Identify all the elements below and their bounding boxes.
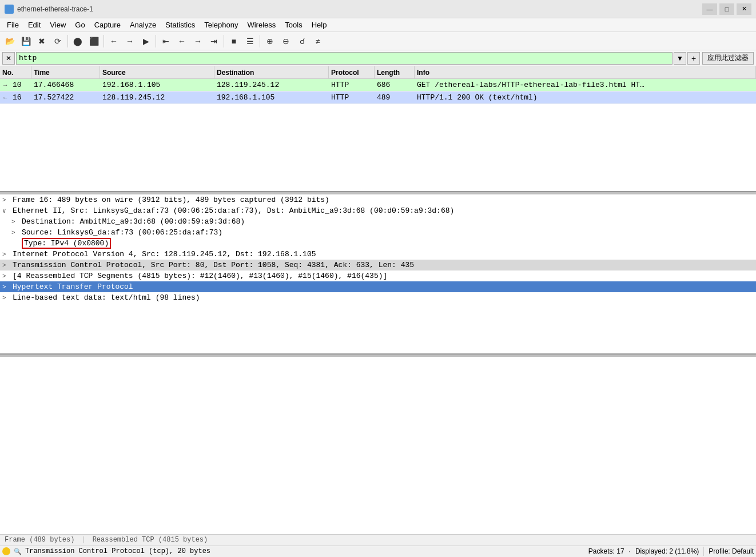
window-controls: — □ ✕ <box>702 3 751 15</box>
status-protocol-text: Transmission Control Protocol (tcp), 20 … <box>25 547 210 555</box>
resize-col-button[interactable]: ☰ <box>242 34 257 49</box>
col-header-time[interactable]: Time <box>31 66 100 78</box>
col-header-no[interactable]: No. <box>0 66 31 78</box>
detail-expand-icon-0: > <box>2 197 11 204</box>
jump-first-button[interactable]: ⇤ <box>158 34 173 49</box>
packet-row[interactable]: ←1617.527422128.119.245.12192.168.1.105H… <box>0 91 756 104</box>
packet-cell-info-0: GET /ethereal-labs/HTTP-ethereal-lab-fil… <box>415 81 756 89</box>
col-header-protocol[interactable]: Protocol <box>329 66 375 78</box>
packet-list-area: No. Time Source Destination Protocol Len… <box>0 66 756 192</box>
detail-row-8[interactable]: >Hypertext Transfer Protocol <box>0 281 756 292</box>
menu-item-view[interactable]: View <box>45 19 70 30</box>
status-profile: Profile: Default <box>709 547 754 555</box>
status-frame-info: Frame (489 bytes) <box>5 536 74 544</box>
detail-expand-icon-2: > <box>11 218 21 225</box>
forward-button[interactable]: → <box>122 34 137 49</box>
status-right: Packets: 17 · Displayed: 2 (11.8%) Profi… <box>588 547 754 556</box>
toolbar-separator-2 <box>104 35 104 47</box>
open-button[interactable]: 📂 <box>2 34 17 49</box>
hex-area <box>0 357 756 534</box>
detail-row-1[interactable]: ∨Ethernet II, Src: LinksysG_da:af:73 (00… <box>0 205 756 216</box>
col-header-info[interactable]: Info <box>415 66 756 78</box>
capture-stop-button[interactable]: ⬛ <box>86 34 101 49</box>
detail-row-7[interactable]: >[4 Reassembled TCP Segments (4815 bytes… <box>0 270 756 281</box>
packet-arrow-1: ← <box>0 94 10 101</box>
jump-last-button[interactable]: ⇥ <box>206 34 221 49</box>
status-bar: Frame (489 bytes) | Reassembled TCP (481… <box>0 534 756 557</box>
packet-cell-time-0: 17.466468 <box>31 81 100 89</box>
packet-cell-proto-1: HTTP <box>329 93 375 102</box>
detail-expand-icon-1: ∨ <box>2 207 11 214</box>
detail-row-2[interactable]: >Destination: AmbitMic_a9:3d:68 (00:d0:5… <box>0 216 756 227</box>
filter-input[interactable] <box>16 52 673 65</box>
menu-item-go[interactable]: Go <box>70 19 89 30</box>
detail-row-6[interactable]: >Transmission Control Protocol, Src Port… <box>0 260 756 270</box>
detail-expand-icon-8: > <box>2 284 11 291</box>
close-file-button[interactable]: ✖ <box>34 34 49 49</box>
col-header-destination[interactable]: Destination <box>214 66 329 78</box>
packet-cell-proto-0: HTTP <box>329 81 375 89</box>
detail-row-9[interactable]: >Line-based text data: text/html (98 lin… <box>0 292 756 303</box>
detail-text-6: Transmission Control Protocol, Src Port:… <box>13 261 414 269</box>
col-header-source[interactable]: Source <box>100 66 214 78</box>
app-title: ethernet-ethereal-trace-1 <box>17 5 702 13</box>
detail-expand-icon-9: > <box>2 295 11 301</box>
packet-arrow-0: → <box>0 82 10 89</box>
filter-add-button[interactable]: + <box>687 52 700 65</box>
detail-text-1: Ethernet II, Src: LinksysG_da:af:73 (00:… <box>13 206 454 215</box>
zoom-out-button[interactable]: ⊖ <box>278 34 293 49</box>
status-packets: Packets: 17 <box>588 547 624 555</box>
zoom-in-button[interactable]: ⊕ <box>262 34 277 49</box>
status-displayed: Displayed: 2 (11.8%) <box>635 547 699 555</box>
detail-row-4[interactable]: Type: IPv4 (0x0800) <box>0 238 756 249</box>
menu-item-file[interactable]: File <box>2 19 23 30</box>
colorize-button[interactable]: ■ <box>226 34 241 49</box>
title-bar: ethernet-ethereal-trace-1 — □ ✕ <box>0 0 756 18</box>
detail-text-4: Type: IPv4 (0x0800) <box>22 239 111 248</box>
toolbar-separator-5 <box>260 35 260 47</box>
packet-cell-time-1: 17.527422 <box>31 93 100 102</box>
back-button[interactable]: ← <box>106 34 121 49</box>
menu-item-statistics[interactable]: Statistics <box>161 19 200 30</box>
detail-expand-icon-3: > <box>11 229 21 236</box>
menu-item-telephony[interactable]: Telephony <box>200 19 242 30</box>
detail-text-3: Source: LinksysG_da:af:73 (00:06:25:da:a… <box>22 228 222 237</box>
detail-expand-icon-6: > <box>2 262 11 269</box>
packet-cell-len-0: 686 <box>375 81 415 89</box>
minimize-button[interactable]: — <box>702 3 717 15</box>
packet-cell-src-0: 192.168.1.105 <box>100 81 214 89</box>
menu-item-analyze[interactable]: Analyze <box>125 19 161 30</box>
packet-cell-dst-0: 128.119.245.12 <box>214 81 329 89</box>
toolbar-separator-4 <box>224 35 224 47</box>
reload-button[interactable]: ⟳ <box>50 34 65 49</box>
save-button[interactable]: 💾 <box>18 34 33 49</box>
menu-item-edit[interactable]: Edit <box>23 19 45 30</box>
packet-row[interactable]: →1017.466468192.168.1.105128.119.245.12H… <box>0 79 756 91</box>
menu-item-capture[interactable]: Capture <box>90 19 125 30</box>
packet-cell-no-1: 16 <box>10 93 31 102</box>
jump-prev-button[interactable]: ← <box>174 34 189 49</box>
col-header-length[interactable]: Length <box>375 66 415 78</box>
packet-cell-no-0: 10 <box>10 81 31 89</box>
menu-item-wireless[interactable]: Wireless <box>242 19 280 30</box>
jump-next-button[interactable]: → <box>190 34 205 49</box>
detail-row-5[interactable]: >Internet Protocol Version 4, Src: 128.1… <box>0 249 756 260</box>
menu-item-tools[interactable]: Tools <box>280 19 307 30</box>
zoom-fit-button[interactable]: ≠ <box>311 34 325 49</box>
detail-expand-icon-7: > <box>2 273 11 280</box>
detail-text-2: Destination: AmbitMic_a9:3d:68 (00:d0:59… <box>22 217 245 226</box>
status-icon-2: 🔍 <box>14 548 22 555</box>
zoom-100-button[interactable]: ☌ <box>295 34 309 49</box>
detail-row-3[interactable]: >Source: LinksysG_da:af:73 (00:06:25:da:… <box>0 227 756 238</box>
filter-clear-button[interactable]: ✕ <box>2 52 15 65</box>
detail-row-0[interactable]: >Frame 16: 489 bytes on wire (3912 bits)… <box>0 194 756 205</box>
status-left: 🔍 Transmission Control Protocol (tcp), 2… <box>2 547 586 555</box>
goto-button[interactable]: ▶ <box>138 34 153 49</box>
filter-bar: ✕ ▼ + 应用此过滤器 <box>0 50 756 66</box>
maximize-button[interactable]: □ <box>719 3 734 15</box>
filter-dropdown-button[interactable]: ▼ <box>674 52 686 65</box>
capture-start-button[interactable]: ⬤ <box>70 34 85 49</box>
close-button[interactable]: ✕ <box>737 3 751 15</box>
filter-apply-button[interactable]: 应用此过滤器 <box>702 52 754 65</box>
menu-item-help[interactable]: Help <box>307 19 332 30</box>
